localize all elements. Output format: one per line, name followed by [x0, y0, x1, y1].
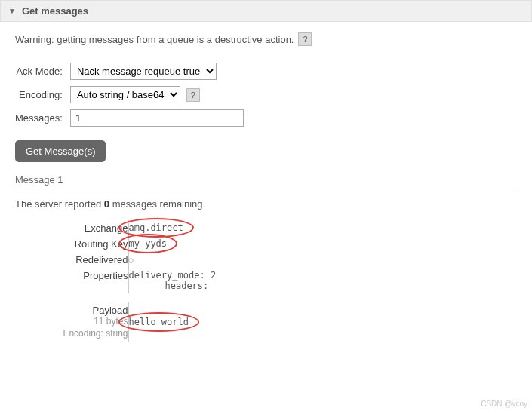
payload-size: 11 bytes — [15, 316, 128, 328]
section-content: Warning: getting messages from a queue i… — [0, 22, 532, 349]
delivery-mode-row: delivery_mode: 2 — [129, 270, 217, 281]
encoding-help-button[interactable]: ? — [186, 88, 200, 102]
section-header[interactable]: ▼ Get messages — [0, 0, 532, 22]
messages-input[interactable] — [70, 109, 244, 127]
payload-value: hello world — [129, 317, 189, 327]
message-detail-table: Exchange amq.direct Routing Key my-yyds … — [15, 220, 216, 342]
message-header: Message 1 — [15, 170, 517, 189]
routing-key-value: my-yyds — [129, 238, 168, 249]
warning-text: Warning: getting messages from a queue i… — [15, 34, 294, 45]
exchange-value: amq.direct — [129, 222, 183, 233]
chevron-down-icon: ▼ — [8, 7, 16, 15]
redelivered-label: Redelivered — [15, 252, 128, 268]
routing-key-label: Routing Key — [15, 236, 128, 252]
payload-label: Payload — [15, 305, 128, 316]
ack-mode-select[interactable]: Nack message requeue true — [70, 63, 217, 80]
remaining-text: The server reported 0 messages remaining… — [15, 198, 517, 210]
properties-label: Properties — [15, 268, 128, 293]
exchange-label: Exchange — [15, 220, 128, 236]
headers-row: headers: — [129, 281, 217, 291]
section-title: Get messages — [22, 5, 88, 17]
form-table: Ack Mode: Nack message requeue true Enco… — [15, 60, 244, 130]
encoding-select[interactable]: Auto string / base64 — [70, 86, 180, 103]
messages-label: Messages: — [15, 106, 70, 130]
payload-label-cell: Payload 11 bytes Encoding: string — [15, 302, 128, 342]
ack-mode-label: Ack Mode: — [15, 60, 70, 83]
warning-help-button[interactable]: ? — [298, 32, 312, 46]
encoding-label: Encoding: — [15, 83, 70, 106]
redelivered-value: ○ — [129, 256, 134, 264]
warning-row: Warning: getting messages from a queue i… — [15, 32, 517, 46]
payload-encoding: Encoding: string — [15, 328, 128, 340]
get-messages-button[interactable]: Get Message(s) — [15, 140, 106, 162]
